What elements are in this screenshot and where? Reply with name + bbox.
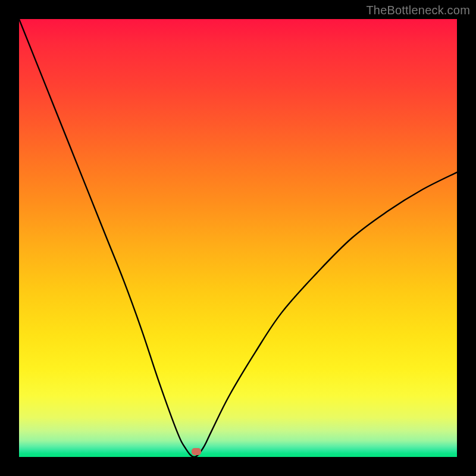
plot-area xyxy=(19,19,457,457)
bottleneck-curve xyxy=(19,19,457,457)
watermark-text: TheBottleneck.com xyxy=(366,4,470,17)
chart-frame: TheBottleneck.com xyxy=(0,0,476,476)
curve-path xyxy=(19,19,457,457)
optimal-point-marker xyxy=(192,448,201,455)
